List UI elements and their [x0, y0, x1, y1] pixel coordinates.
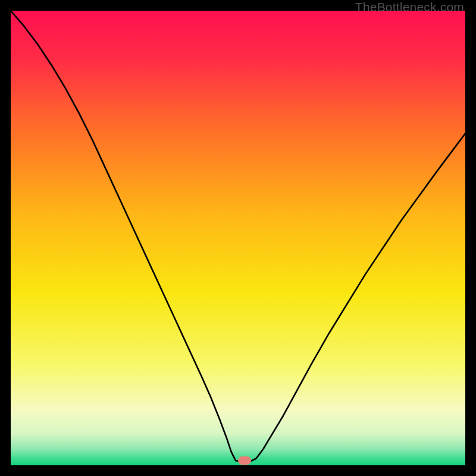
bottleneck-curve [11, 11, 465, 465]
watermark-label: TheBottleneck.com [355, 0, 464, 14]
bottleneck-chart: TheBottleneck.com [0, 0, 476, 476]
plot-area [11, 11, 465, 465]
optimal-marker [238, 456, 251, 465]
